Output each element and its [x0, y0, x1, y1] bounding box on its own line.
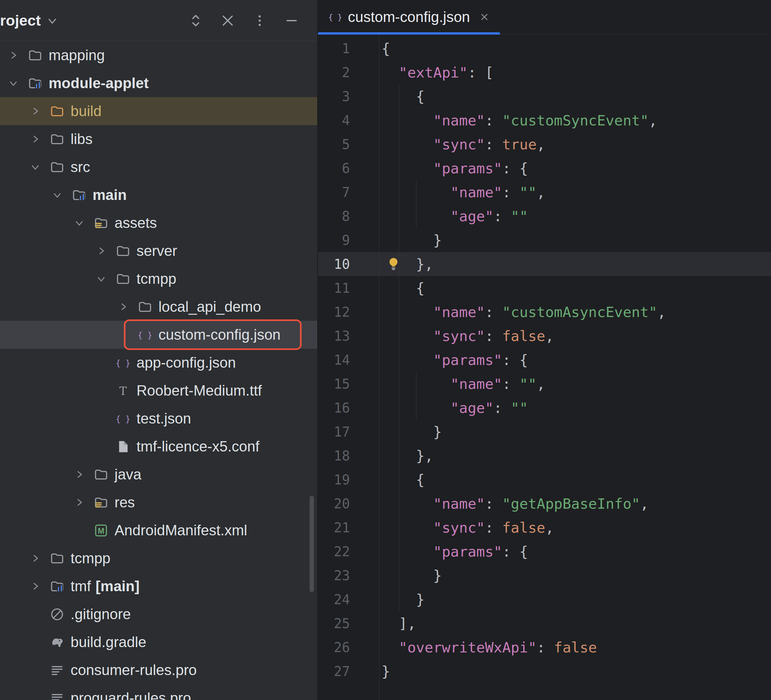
gutter-border: [379, 35, 379, 700]
code-line-4[interactable]: 4 "name": "customSyncEvent",: [318, 109, 771, 132]
tree-item-tmf-licence-x5-conf[interactable]: tmf-licence-x5.conf: [0, 432, 317, 460]
code-line-26[interactable]: 26 "overwriteWxApi": false: [318, 635, 771, 659]
code-line-2[interactable]: 2 "extApi": [: [318, 60, 771, 84]
svg-text:{ }: { }: [115, 414, 130, 424]
code-line-21[interactable]: 21 "sync": false,: [318, 516, 771, 540]
code-line-18[interactable]: 18 },: [318, 444, 771, 468]
editor-tab-custom-config-json[interactable]: { } custom-config.json: [318, 0, 500, 34]
chevron-down-icon[interactable]: [52, 189, 71, 201]
code-line-15[interactable]: 15 "name": "",: [318, 372, 771, 396]
tree-item-label: module-applet: [49, 75, 149, 91]
tree-item-libs[interactable]: libs: [0, 125, 317, 153]
line-number: 1: [318, 37, 379, 60]
chevron-right-icon[interactable]: [30, 133, 49, 145]
tree-item-java[interactable]: java: [0, 460, 317, 489]
chevron-right-icon[interactable]: [96, 245, 115, 257]
code-line-24[interactable]: 24 }: [318, 588, 771, 612]
project-panel-title[interactable]: Project: [0, 12, 41, 29]
module-folder-icon: [71, 187, 87, 203]
chevron-right-icon[interactable]: [74, 497, 93, 508]
tree-item-build-gradle[interactable]: build.gradle: [0, 628, 317, 656]
chevron-right-icon[interactable]: [30, 106, 49, 117]
code-text: {: [379, 276, 425, 300]
tree-item-local-api-demo[interactable]: local_api_demo: [0, 293, 317, 321]
code-line-3[interactable]: 3 {: [318, 84, 771, 109]
tree-item-module-applet[interactable]: module-applet: [0, 69, 317, 97]
code-area[interactable]: 1{2 "extApi": [3 {4 "name": "customSyncE…: [318, 35, 771, 700]
json-file-icon: { }: [115, 355, 131, 370]
code-line-7[interactable]: 7 "name": "",: [318, 180, 771, 204]
chevron-down-icon[interactable]: [30, 161, 49, 173]
chevron-right-icon[interactable]: [30, 581, 49, 592]
code-line-8[interactable]: 8 "age": "": [318, 204, 771, 228]
line-number: 26: [318, 635, 379, 659]
hide-panel-button[interactable]: [284, 13, 299, 28]
tree-item-tcmpp[interactable]: tcmpp: [0, 265, 317, 293]
line-number: 7: [318, 180, 379, 204]
code-line-9[interactable]: 9 }: [318, 228, 771, 252]
tree-item-main[interactable]: main: [0, 181, 317, 209]
code-text: }: [379, 420, 442, 444]
tree-item-consumer-rules-pro[interactable]: consumer-rules.pro: [0, 656, 317, 684]
tree-item-tmf[interactable]: tmf[main]: [0, 572, 317, 600]
tree-item-build[interactable]: build: [0, 97, 317, 125]
tree-item-label: .gitignore: [71, 606, 131, 622]
code-line-17[interactable]: 17 }: [318, 420, 771, 444]
tree-item-label: libs: [71, 131, 93, 148]
chevron-spacer: [118, 329, 137, 340]
chevron-down-icon[interactable]: [96, 273, 115, 284]
intention-bulb-icon[interactable]: [386, 256, 401, 271]
project-view-chevron-down-icon[interactable]: [46, 15, 58, 27]
code-line-23[interactable]: 23 }: [318, 564, 771, 588]
code-line-16[interactable]: 16 "age": "": [318, 396, 771, 420]
code-line-13[interactable]: 13 "sync": false,: [318, 324, 771, 348]
indent-guide: [416, 372, 416, 420]
tree-item-app-config-json[interactable]: { }app-config.json: [0, 349, 317, 377]
tree-item-mapping[interactable]: mapping: [0, 41, 317, 69]
code-text: ],: [379, 612, 416, 635]
tree-item-assets[interactable]: assets: [0, 209, 317, 237]
android-manifest-file-icon: M: [93, 523, 109, 538]
tree-item-proguard-rules-pro[interactable]: proguard-rules.pro: [0, 684, 317, 700]
code-line-20[interactable]: 20 "name": "getAppBaseInfo",: [318, 492, 771, 516]
tree-item-custom-config-json[interactable]: { }custom-config.json: [0, 321, 317, 349]
code-line-1[interactable]: 1{: [318, 37, 771, 60]
editor-pane: { } custom-config.json 1{2 "extApi": [3 …: [317, 0, 771, 700]
code-line-11[interactable]: 11 {: [318, 276, 771, 300]
tree-item-roobert-medium-ttf[interactable]: TRoobert-Medium.ttf: [0, 377, 317, 404]
code-line-6[interactable]: 6 "params": {: [318, 156, 771, 180]
code-text: }: [379, 228, 442, 252]
line-number: 2: [318, 60, 379, 84]
chevron-right-icon[interactable]: [74, 469, 93, 480]
expand-all-button[interactable]: [188, 13, 203, 28]
code-line-5[interactable]: 5 "sync": true,: [318, 132, 771, 156]
code-line-14[interactable]: 14 "params": {: [318, 348, 771, 372]
gitignore-file-icon: [49, 606, 65, 622]
tree-item-tcmpp[interactable]: tcmpp: [0, 544, 317, 572]
line-number: 24: [318, 588, 379, 612]
chevron-spacer: [96, 441, 115, 452]
chevron-down-icon[interactable]: [74, 217, 93, 229]
chevron-right-icon[interactable]: [8, 50, 27, 61]
close-tab-icon[interactable]: [479, 11, 490, 23]
tree-item-server[interactable]: server: [0, 237, 317, 265]
code-line-27[interactable]: 27}: [318, 659, 771, 683]
code-line-19[interactable]: 19 {: [318, 468, 771, 492]
editor-tab-bar: { } custom-config.json: [318, 0, 771, 34]
tree-item-gitignore[interactable]: .gitignore: [0, 600, 317, 628]
tree-item-androidmanifest-xml[interactable]: MAndroidManifest.xml: [0, 516, 317, 544]
code-line-22[interactable]: 22 "params": {: [318, 540, 771, 564]
chevron-down-icon[interactable]: [8, 78, 27, 89]
line-number: 12: [318, 300, 379, 324]
tree-item-test-json[interactable]: { }test.json: [0, 404, 317, 432]
chevron-right-icon[interactable]: [30, 552, 49, 564]
collapse-all-button[interactable]: [220, 13, 235, 28]
more-options-button[interactable]: [252, 13, 267, 28]
editor-tab-title: custom-config.json: [348, 9, 470, 25]
tree-item-res[interactable]: res: [0, 489, 317, 516]
tree-item-src[interactable]: src: [0, 153, 317, 181]
chevron-right-icon[interactable]: [118, 301, 137, 312]
code-line-12[interactable]: 12 "name": "customAsyncEvent",: [318, 300, 771, 324]
code-line-25[interactable]: 25 ],: [318, 612, 771, 635]
project-scrollbar[interactable]: [310, 496, 314, 592]
